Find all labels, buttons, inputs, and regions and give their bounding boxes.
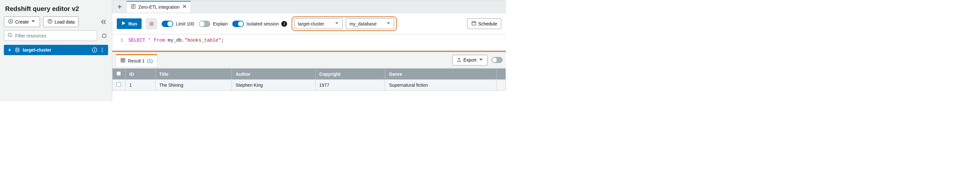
cluster-icon	[15, 47, 20, 52]
explain-toggle[interactable]	[199, 21, 210, 27]
isolated-session-toggle[interactable]	[232, 21, 244, 27]
filter-resources-input[interactable]	[15, 33, 94, 38]
svg-point-3	[16, 48, 19, 49]
close-tab-button[interactable]	[182, 4, 187, 9]
kebab-menu-icon[interactable]	[100, 47, 105, 52]
chevron-right-icon	[7, 47, 12, 52]
run-label: Run	[128, 21, 137, 27]
plus-circle-icon	[8, 19, 13, 25]
table-icon	[120, 58, 126, 64]
explain-label: Explain	[213, 21, 228, 27]
svg-point-6	[102, 48, 103, 49]
result-tab[interactable]: Result 1 (1)	[116, 54, 158, 66]
result-tab-label: Result 1	[128, 58, 145, 63]
sql-icon	[130, 4, 136, 10]
upload-icon	[48, 19, 52, 25]
cluster-select-value: target-cluster	[298, 21, 324, 27]
load-data-label: Load data	[54, 19, 75, 24]
create-button[interactable]: Create	[4, 16, 40, 27]
result-count: (1)	[147, 58, 153, 63]
tab-label: Zero-ETL integration	[138, 5, 180, 9]
cell-author: Stephen King	[232, 80, 315, 90]
calendar-icon	[471, 21, 476, 27]
svg-point-2	[8, 33, 11, 36]
main-panel: Zero-ETL integration Run Limit 100	[112, 0, 506, 101]
stop-button[interactable]	[146, 18, 157, 29]
cluster-label: target-cluster	[22, 47, 51, 52]
editor-gutter: 1	[112, 37, 128, 44]
col-id[interactable]: ID	[126, 69, 156, 80]
export-icon	[457, 57, 461, 63]
col-spacer	[497, 69, 506, 80]
caret-down-icon	[31, 19, 36, 25]
database-select[interactable]: my_database	[346, 18, 394, 29]
app-title: Redshift query editor v2	[4, 3, 108, 16]
sidebar-item-target-cluster[interactable]: target-cluster i	[4, 45, 108, 55]
editor-line[interactable]: SELECT * from my_db."books_table";	[128, 37, 224, 44]
caret-down-icon	[386, 21, 391, 27]
sidebar: Redshift query editor v2 Create Load dat…	[0, 0, 112, 101]
schedule-button[interactable]: Schedule	[467, 18, 501, 29]
cluster-select[interactable]: target-cluster	[294, 18, 342, 29]
caret-down-icon	[334, 21, 339, 27]
results-table: ID Title Author Copyright Genre 1 The Sh…	[112, 68, 506, 90]
isolated-label: Isolated session	[247, 21, 279, 27]
caret-down-icon	[478, 57, 484, 63]
limit-label: Limit 100	[176, 21, 194, 27]
load-data-button[interactable]: Load data	[43, 16, 79, 27]
info-circle-icon[interactable]: i	[92, 47, 97, 52]
col-author[interactable]: Author	[232, 69, 315, 80]
limit-toggle[interactable]	[162, 21, 173, 27]
search-icon	[8, 33, 13, 39]
create-label: Create	[15, 19, 29, 24]
export-button[interactable]: Export	[452, 55, 488, 65]
chart-toggle[interactable]	[492, 57, 503, 63]
svg-text:i: i	[94, 48, 95, 52]
refresh-button[interactable]	[100, 32, 108, 40]
database-select-value: my_database	[349, 21, 377, 27]
sql-editor[interactable]: 1 SELECT * from my_db."books_table";	[112, 35, 506, 50]
results-panel: Result 1 (1) Export	[112, 51, 506, 101]
row-select[interactable]	[113, 80, 126, 90]
collapse-sidebar-button[interactable]	[99, 17, 108, 27]
svg-rect-11	[121, 58, 125, 62]
cell-genre: Supernatural fiction	[385, 80, 497, 90]
line-number: 1	[112, 38, 123, 43]
schedule-label: Schedule	[478, 21, 497, 27]
results-header: Result 1 (1) Export	[112, 52, 506, 68]
query-toolbar: Run Limit 100 Explain Isolated session i…	[112, 13, 506, 35]
svg-point-7	[102, 50, 103, 51]
play-icon	[121, 21, 126, 27]
cell-title: The Shining	[155, 80, 232, 90]
tab-bar: Zero-ETL integration	[112, 0, 506, 13]
run-button[interactable]: Run	[117, 18, 142, 29]
export-label: Export	[463, 57, 476, 63]
table-row[interactable]: 1 The Shining Stephen King 1977 Supernat…	[113, 80, 506, 90]
col-copyright[interactable]: Copyright	[315, 69, 385, 80]
stop-icon	[150, 22, 154, 26]
cell-copyright: 1977	[315, 80, 385, 90]
tab-zero-etl[interactable]: Zero-ETL integration	[126, 1, 191, 13]
svg-point-8	[102, 51, 103, 52]
filter-resources-input-wrapper[interactable]	[4, 30, 97, 41]
svg-rect-10	[472, 22, 476, 25]
info-icon[interactable]: i	[281, 21, 287, 27]
cell-id: 1	[126, 80, 156, 90]
connection-selectors: target-cluster my_database	[292, 16, 397, 31]
table-header-row: ID Title Author Copyright Genre	[113, 69, 506, 80]
col-title[interactable]: Title	[155, 69, 232, 80]
col-genre[interactable]: Genre	[385, 69, 497, 80]
new-tab-button[interactable]	[114, 1, 125, 12]
select-all-header[interactable]	[113, 69, 126, 80]
